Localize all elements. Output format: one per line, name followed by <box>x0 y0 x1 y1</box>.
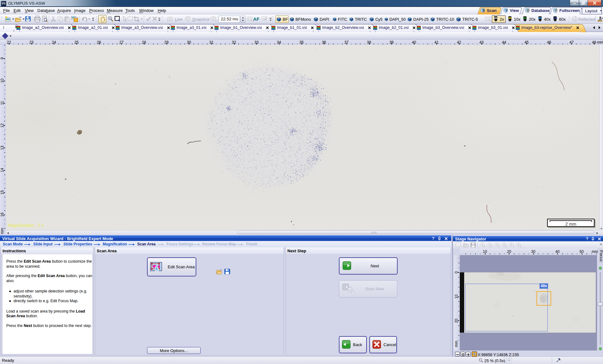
svg-text:6: 6 <box>518 243 519 246</box>
svg-text:D: D <box>527 9 529 12</box>
svg-text:3: 3 <box>496 243 497 246</box>
svg-text:V: V <box>506 9 508 12</box>
svg-text:4: 4 <box>503 243 505 246</box>
svg-text:2: 2 <box>489 243 490 246</box>
svg-text:5: 5 <box>510 243 512 246</box>
svg-text:S: S <box>483 9 485 12</box>
svg-text:F: F <box>555 9 557 12</box>
svg-text:1: 1 <box>481 243 483 246</box>
